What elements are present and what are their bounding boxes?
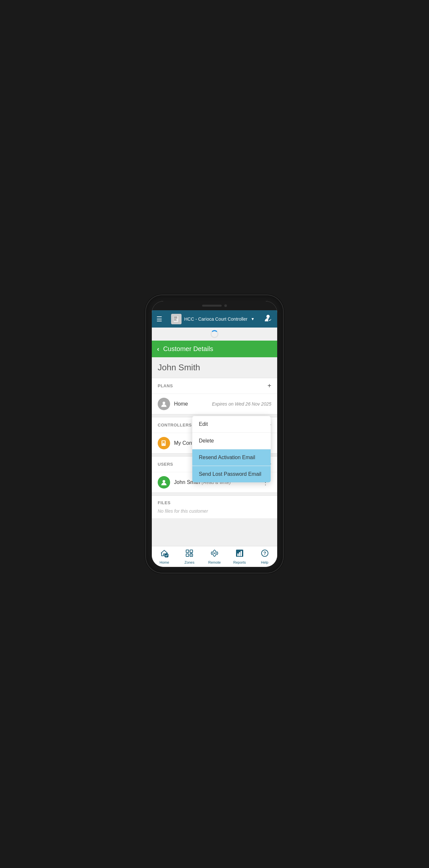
plans-header: PLANS + — [152, 378, 277, 394]
files-empty-message: No files for this customer — [158, 508, 271, 514]
content-area: John Smith PLANS + Home Expires o — [152, 357, 277, 546]
svg-point-5 — [267, 315, 270, 318]
customer-name: John Smith — [158, 363, 271, 373]
context-menu: Edit Delete Resend Activation Email Send… — [192, 416, 271, 482]
svg-point-19 — [214, 553, 215, 554]
plans-item-avatar — [158, 398, 170, 410]
svg-point-7 — [162, 402, 165, 404]
nav-label-reports: Reports — [234, 560, 246, 564]
remote-icon — [210, 549, 219, 559]
controllers-title: CONTROLLERS — [158, 423, 192, 428]
back-arrow-icon[interactable]: ‹ — [157, 345, 159, 353]
menu-icon[interactable]: ☰ — [156, 315, 162, 323]
bottom-nav: Home Zones — [152, 546, 277, 567]
reports-icon — [236, 549, 244, 559]
svg-rect-11 — [164, 443, 165, 444]
bottom-spacer — [152, 518, 277, 545]
files-title: FILES — [158, 500, 271, 505]
svg-rect-3 — [174, 319, 176, 320]
header-center: HCC - Carioca Court Controller ▼ — [171, 314, 255, 324]
svg-rect-10 — [162, 443, 163, 444]
back-header[interactable]: ‹ Customer Details — [152, 341, 277, 357]
plans-add-button[interactable]: + — [267, 382, 271, 390]
plans-item-home[interactable]: Home Expires on Wed 26 Nov 2025 — [152, 394, 277, 414]
context-menu-resend-activation[interactable]: Resend Activation Email — [192, 450, 271, 466]
svg-rect-22 — [239, 552, 240, 556]
header-title: HCC - Carioca Court Controller — [184, 316, 247, 322]
phone-speaker — [202, 305, 222, 307]
svg-rect-23 — [241, 551, 242, 556]
back-header-title: Customer Details — [163, 345, 213, 353]
svg-rect-2 — [174, 318, 177, 319]
phone-camera — [224, 304, 227, 307]
plans-item-label: Home — [174, 401, 208, 407]
nav-label-remote: Remote — [208, 560, 221, 564]
svg-text:?: ? — [263, 551, 266, 556]
nav-item-reports[interactable]: Reports — [227, 546, 252, 567]
svg-rect-9 — [162, 441, 165, 443]
customer-name-section: John Smith — [152, 357, 277, 378]
app-icon — [171, 314, 182, 324]
nav-label-help: Help — [261, 560, 268, 564]
plans-title: PLANS — [158, 383, 173, 388]
context-menu-delete[interactable]: Delete — [192, 433, 271, 450]
home-icon — [160, 549, 168, 559]
app-header: ☰ HCC - Carioca Court Controller ▼ — [152, 310, 277, 328]
phone-frame: ☰ HCC - Carioca Court Controller ▼ — [146, 295, 283, 573]
svg-rect-14 — [186, 550, 189, 553]
zones-icon — [185, 549, 193, 559]
svg-rect-1 — [174, 317, 177, 317]
loading-spinner — [211, 330, 218, 338]
context-menu-edit[interactable]: Edit — [192, 416, 271, 433]
nav-item-zones[interactable]: Zones — [177, 546, 202, 567]
users-title: USERS — [158, 462, 173, 467]
nav-label-zones: Zones — [184, 560, 194, 564]
phone-screen: ☰ HCC - Carioca Court Controller ▼ — [152, 301, 277, 567]
controllers-item-avatar — [158, 437, 170, 450]
user-icon[interactable] — [264, 313, 273, 324]
nav-item-help[interactable]: ? Help — [252, 546, 277, 567]
plans-item-expiry: Expires on Wed 26 Nov 2025 — [212, 401, 271, 407]
users-item-avatar — [158, 476, 170, 489]
nav-item-remote[interactable]: Remote — [202, 546, 227, 567]
context-menu-send-lost-password[interactable]: Send Lost Password Email — [192, 466, 271, 482]
files-section: FILES No files for this customer — [152, 495, 277, 518]
phone-notch — [152, 301, 277, 310]
svg-rect-21 — [237, 554, 239, 556]
svg-rect-15 — [190, 550, 193, 553]
svg-point-18 — [191, 555, 192, 556]
nav-item-home[interactable]: Home — [152, 546, 177, 567]
svg-point-12 — [162, 480, 165, 483]
header-dropdown-icon[interactable]: ▼ — [251, 317, 255, 321]
nav-label-home: Home — [160, 560, 169, 564]
loading-bar — [152, 328, 277, 341]
svg-rect-4 — [174, 320, 177, 321]
svg-rect-16 — [186, 554, 189, 556]
help-icon: ? — [261, 549, 269, 559]
plans-section: PLANS + Home Expires on Wed 26 Nov 2025 — [152, 378, 277, 414]
